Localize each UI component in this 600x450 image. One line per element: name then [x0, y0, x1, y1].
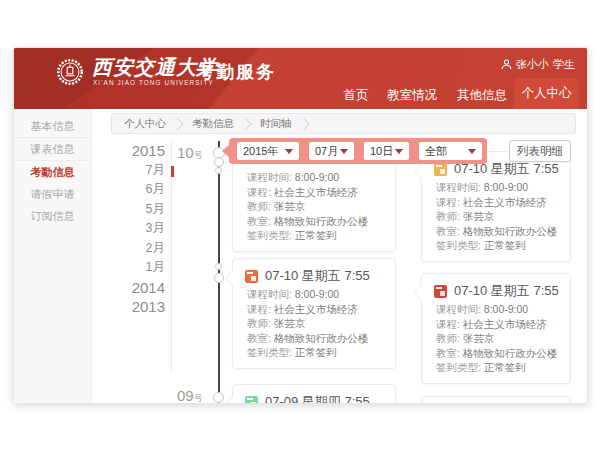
timeline-nav-june[interactable]: 6月 — [109, 180, 165, 200]
sidebar-item-leave-request[interactable]: 请假申请 — [14, 183, 91, 205]
field-value: 社会主义市场经济 — [463, 196, 547, 208]
field-value: 社会主义市场经济 — [274, 303, 358, 315]
user-menu[interactable]: 张小小 学生 — [501, 57, 575, 72]
field-label: 课程: — [247, 186, 274, 198]
sidebar-item-basic-info[interactable]: 基本信息 — [14, 115, 91, 138]
nav-item-classrooms[interactable]: 教室情况 — [384, 84, 440, 109]
field-value: 张芸京 — [274, 200, 306, 212]
attendance-card: 07-10 星期五 7:55课程时间: 8:00-9:00课程: 社会主义市场经… — [232, 258, 396, 369]
field-value: 8:00-9:00 — [295, 288, 339, 300]
date-filter-bar: 2015年 07月 10日 全部 — [229, 138, 487, 164]
attendance-card — [421, 396, 571, 404]
breadcrumb-personal-center[interactable]: 个人中心 — [124, 117, 166, 131]
field-label: 教师: — [247, 200, 274, 212]
card-field: 课程: 社会主义市场经济 — [245, 185, 383, 200]
year-dropdown[interactable]: 2015年 — [237, 142, 299, 160]
day-marker-09: 09号 — [177, 387, 215, 404]
day-dropdown[interactable]: 10日 — [364, 142, 409, 160]
nav-item-other-info[interactable]: 其他信息 — [454, 84, 510, 109]
field-label: 教室: — [436, 347, 463, 359]
caret-down-icon — [285, 149, 293, 158]
card-field: 签到类型: 正常签到 — [434, 238, 558, 253]
timeline-nav-july-current[interactable]: 7月 — [109, 161, 165, 181]
card-field: 课程时间: 8:00-9:00 — [245, 170, 383, 185]
field-value: 张芸京 — [463, 332, 495, 344]
user-name: 张小小 — [516, 57, 549, 72]
field-value: 格物致知行政办公楼 — [463, 347, 558, 359]
field-label: 课程时间: — [436, 303, 484, 315]
nav-item-home[interactable]: 首页 — [341, 84, 371, 109]
field-label: 教师: — [436, 210, 463, 222]
app-header: 西安交通大学 XI'AN JIAO TONG UNIVERSITY 考勤服务 张… — [14, 48, 588, 109]
sidebar-item-subscription-info[interactable]: 订阅信息 — [14, 205, 91, 227]
card-title: 07-10 星期五 7:55 — [454, 282, 559, 300]
field-value: 正常签到 — [484, 239, 526, 251]
timeline-dot — [214, 157, 224, 167]
card-field: 教师: 张芸京 — [434, 209, 558, 224]
timeline-nav-january[interactable]: 1月 — [109, 258, 165, 278]
card-field: 课程时间: 8:00-9:00 — [245, 287, 383, 302]
field-label: 课程: — [436, 318, 463, 330]
card-field: 教室: 格物致知行政办公楼 — [434, 346, 558, 361]
breadcrumb-timeline[interactable]: 时间轴 — [260, 117, 292, 131]
caret-down-icon — [340, 149, 348, 158]
timeline-nav-2014[interactable]: 2014 — [109, 278, 165, 298]
calendar-badge-icon — [245, 270, 258, 283]
month-dropdown[interactable]: 07月 — [309, 142, 354, 160]
field-label: 教室: — [436, 225, 463, 237]
list-detail-button[interactable]: 列表明细 — [509, 140, 571, 162]
field-value: 正常签到 — [484, 361, 526, 373]
field-label: 签到类型: — [436, 361, 484, 373]
card-title: 07-09 星期四 7:55 — [265, 393, 370, 404]
day-marker-10: 10号 — [177, 144, 215, 162]
nav-item-personal-center-active[interactable]: 个人中心 — [514, 78, 579, 109]
chevron-right-icon — [172, 118, 183, 129]
field-label: 签到类型: — [436, 239, 484, 251]
card-field: 课程: 社会主义市场经济 — [245, 302, 383, 317]
calendar-badge-icon — [434, 163, 447, 176]
type-dropdown[interactable]: 全部 — [419, 142, 482, 160]
card-field: 教室: 格物致知行政办公楼 — [434, 224, 558, 239]
month-dropdown-value: 07月 — [315, 144, 338, 159]
timeline-nav-may[interactable]: 5月 — [109, 200, 165, 220]
card-field: 课程: 社会主义市场经济 — [434, 195, 558, 210]
field-label: 课程时间: — [247, 288, 295, 300]
day-unit: 号 — [194, 150, 203, 160]
card-field: 教师: 张芸京 — [434, 331, 558, 346]
person-icon — [501, 59, 512, 70]
chevron-right-icon — [240, 118, 251, 129]
timeline-dot — [214, 273, 224, 283]
sidebar-item-attendance-info[interactable]: 考勤信息 — [14, 161, 91, 183]
card-title-row: 07-10 星期五 7:55 — [245, 267, 383, 285]
card-field: 课程时间: 8:00-9:00 — [434, 302, 558, 317]
field-label: 课程时间: — [247, 171, 295, 183]
card-title-row: 07-09 星期四 7:55 — [245, 393, 383, 404]
card-field: 课程时间: 8:00-9:00 — [434, 180, 558, 195]
timeline-year-nav: 2015 7月 6月 5月 3月 2月 1月 2014 2013 — [109, 141, 172, 373]
calendar-badge-icon — [245, 396, 258, 405]
timeline-dot — [215, 263, 222, 270]
attendance-card: 07-10 星期五 7:55课程时间: 8:00-9:00课程: 社会主义市场经… — [421, 151, 571, 262]
calendar-badge-icon — [434, 285, 447, 298]
card-field: 签到类型: 正常签到 — [245, 228, 383, 243]
field-label: 教室: — [247, 332, 274, 344]
field-label: 教师: — [247, 317, 274, 329]
field-value: 8:00-9:00 — [484, 303, 528, 315]
chevron-right-icon — [298, 118, 309, 129]
field-label: 签到类型: — [247, 229, 295, 241]
card-field: 教师: 张芸京 — [245, 199, 383, 214]
timeline-nav-2013[interactable]: 2013 — [109, 297, 165, 317]
timeline-nav-february[interactable]: 2月 — [109, 239, 165, 259]
app-title: 考勤服务 — [196, 60, 276, 84]
breadcrumb-attendance-info[interactable]: 考勤信息 — [192, 117, 234, 131]
field-value: 格物致知行政办公楼 — [274, 215, 369, 227]
caret-down-icon — [395, 149, 403, 158]
field-label: 签到类型: — [247, 346, 295, 358]
timeline-nav-march[interactable]: 3月 — [109, 219, 165, 239]
sidebar-item-schedule-info[interactable]: 课表信息 — [14, 138, 91, 161]
card-field: 教室: 格物致知行政办公楼 — [245, 331, 383, 346]
timeline-nav-2015[interactable]: 2015 — [109, 141, 165, 161]
field-value: 张芸京 — [463, 210, 495, 222]
field-value: 格物致知行政办公楼 — [274, 332, 369, 344]
field-value: 社会主义市场经济 — [274, 186, 358, 198]
